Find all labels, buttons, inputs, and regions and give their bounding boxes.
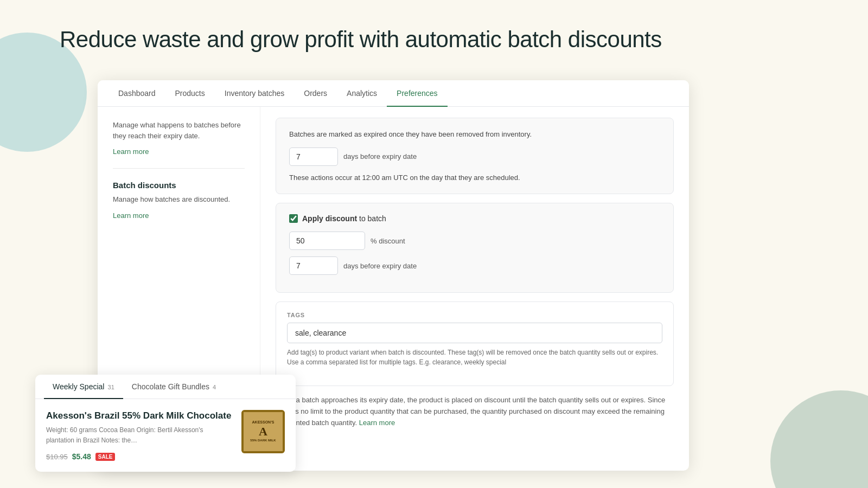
discount-info-body: When a batch approaches its expiry date,… [276, 396, 665, 427]
apply-discount-rest: to batch [357, 214, 386, 223]
expired-days-row: days before expiry date [289, 147, 660, 166]
discount-days-input[interactable] [289, 256, 338, 275]
discount-info-container: When a batch approaches its expiry date,… [276, 395, 674, 428]
page-heading: Reduce waste and grow profit with automa… [60, 26, 662, 53]
batch-discounts-section: Batch discounts Manage how batches are d… [113, 181, 245, 220]
product-meta: Weight: 60 grams Cocoa Bean Origin: Bert… [46, 425, 233, 446]
expired-right-info: Batches are marked as expired once they … [289, 129, 660, 140]
chocolate-bundles-badge: 4 [211, 384, 216, 390]
expired-section: Manage what happens to batches before th… [113, 120, 245, 156]
expired-learn-more[interactable]: Learn more [113, 147, 149, 156]
tags-label: TAGS [287, 312, 662, 318]
product-card-content: Akesson's Brazil 55% Dark Milk Chocolate… [35, 399, 296, 472]
apply-discount-row: Apply discount to batch [289, 214, 660, 223]
discount-info-learn-more[interactable]: Learn more [359, 419, 395, 427]
expired-right-card: Batches are marked as expired once they … [276, 118, 674, 194]
price-row: $10.95 $5.48 SALE [46, 452, 233, 461]
product-preview-tabs: Weekly Special 31 Chocolate Gift Bundles… [35, 375, 296, 399]
apply-discount-label: Apply discount to batch [302, 214, 386, 223]
batch-discount-card: Apply discount to batch % discount days … [276, 203, 674, 293]
tab-preferences[interactable]: Preferences [387, 80, 447, 106]
chocolate-bundles-label: Chocolate Gift Bundles [132, 382, 209, 391]
expired-days-input[interactable] [289, 147, 338, 166]
tags-input[interactable] [287, 323, 662, 343]
tab-dashboard[interactable]: Dashboard [108, 80, 165, 106]
batch-discounts-desc: Manage how batches are discounted. [113, 194, 245, 205]
product-image-label2: A [259, 425, 267, 439]
sale-badge: SALE [95, 453, 116, 461]
discount-percent-input[interactable] [289, 232, 365, 250]
tab-inventory-batches[interactable]: Inventory batches [215, 80, 295, 106]
action-note: These actions occur at 12:00 am UTC on t… [289, 172, 660, 183]
expired-days-suffix: days before expiry date [343, 152, 417, 160]
discount-percent-suffix: % discount [371, 237, 405, 245]
product-preview-card: Weekly Special 31 Chocolate Gift Bundles… [35, 375, 296, 472]
product-info: Akesson's Brazil 55% Dark Milk Chocolate… [46, 410, 233, 461]
apply-discount-checkbox[interactable] [289, 214, 298, 223]
apply-discount-bold: Apply discount [302, 214, 357, 223]
discount-days-suffix: days before expiry date [343, 262, 417, 270]
product-tab-weekly-special[interactable]: Weekly Special 31 [44, 375, 123, 399]
discount-percent-row: % discount [289, 232, 660, 250]
product-name: Akesson's Brazil 55% Dark Milk Chocolate [46, 410, 233, 422]
decorative-circle-green [770, 390, 868, 488]
tab-analytics[interactable]: Analytics [337, 80, 387, 106]
product-image-sublabel: 55% DARK MILK [250, 439, 276, 442]
batch-discounts-title: Batch discounts [113, 181, 245, 190]
tab-products[interactable]: Products [165, 80, 215, 106]
tags-hint: Add tag(s) to product variant when batch… [287, 348, 662, 367]
expired-desc: Manage what happens to batches before th… [113, 120, 245, 141]
price-sale: $5.48 [72, 452, 91, 461]
weekly-special-label: Weekly Special [53, 382, 104, 391]
discount-info-text: When a batch approaches its expiry date,… [276, 395, 674, 428]
weekly-special-badge: 31 [106, 384, 114, 390]
nav-tabs: Dashboard Products Inventory batches Ord… [98, 80, 689, 107]
product-image: AKESSON'S A 55% DARK MILK [241, 410, 285, 453]
product-tab-chocolate-bundles[interactable]: Chocolate Gift Bundles 4 [123, 375, 225, 399]
price-original: $10.95 [46, 453, 68, 461]
batch-discounts-learn-more[interactable]: Learn more [113, 211, 149, 220]
section-divider [113, 168, 245, 169]
right-column: Batches are marked as expired once they … [260, 107, 689, 468]
product-image-label1: AKESSON'S [252, 420, 275, 425]
tags-section: TAGS Add tag(s) to product variant when … [276, 301, 674, 386]
tab-orders[interactable]: Orders [294, 80, 337, 106]
discount-days-row: days before expiry date [289, 256, 660, 275]
